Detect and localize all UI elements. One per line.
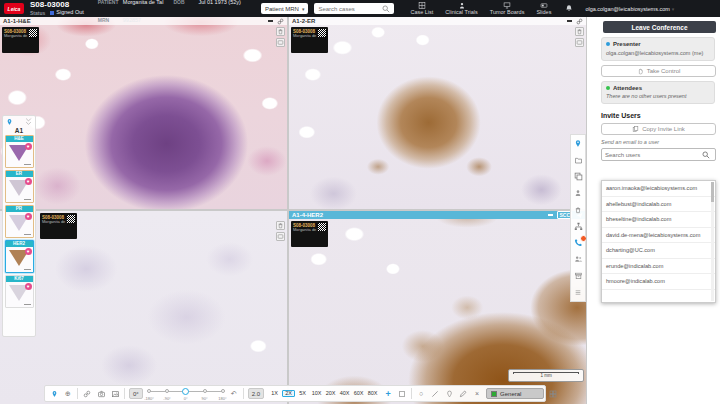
- tray-slide-her2[interactable]: HER2 ♥: [5, 240, 34, 273]
- viewport-a1-1-he[interactable]: A1-1-H&E S08-03008 Morganita de Tal: [0, 17, 287, 209]
- thumb-scale: [24, 199, 31, 200]
- mag-10x[interactable]: 10X: [310, 391, 323, 397]
- favorite-heart-icon[interactable]: ♥: [25, 248, 32, 255]
- tray-slide-he[interactable]: H&E ♥: [5, 135, 34, 168]
- fit-to-window-icon[interactable]: [397, 388, 407, 399]
- search-mode-select[interactable]: Patient MRN ▾: [261, 3, 309, 14]
- user-suggestion[interactable]: hmoore@indicalab.com: [602, 274, 715, 290]
- mag-60x[interactable]: 60X: [352, 391, 365, 397]
- folder-icon[interactable]: [573, 155, 584, 166]
- favorite-heart-icon[interactable]: ♥: [25, 283, 32, 290]
- nav-slides[interactable]: Slides: [536, 2, 551, 16]
- user-suggestion[interactable]: aaron.imaoka@leicabiosystems.com: [602, 181, 715, 197]
- slide-tray: A1 H&E ♥ ER ♥ PR ♥ HER2 ♥ Ki67 ♥: [2, 115, 36, 337]
- camera-icon[interactable]: [96, 388, 106, 399]
- dob-value: Jul 01 1973 (52y): [198, 0, 241, 5]
- mag-2x[interactable]: 2X: [282, 390, 295, 398]
- tray-slide-er[interactable]: ER ♥: [5, 170, 34, 203]
- navigator-globe-icon[interactable]: ⊕: [63, 388, 73, 399]
- user-suggestion[interactable]: ahellebust@indicalab.com: [602, 197, 715, 213]
- label-snapshot-icon[interactable]: [276, 38, 285, 47]
- patient-info: PATIENTMorganita de Tal MRN992857 DOBJul…: [98, 0, 241, 26]
- trash-icon[interactable]: [276, 27, 285, 36]
- minimize-icon[interactable]: [548, 214, 553, 215]
- mag-1x[interactable]: 1X: [268, 391, 281, 397]
- label-snapshot-icon[interactable]: [575, 38, 584, 47]
- sync-link-icon[interactable]: [277, 18, 284, 25]
- link-icon[interactable]: [82, 388, 92, 399]
- pen-tool-icon[interactable]: [458, 388, 468, 399]
- rotation-reset-button[interactable]: 0°: [129, 388, 143, 399]
- archive-box-icon[interactable]: [573, 270, 584, 281]
- ellipse-tool-icon[interactable]: ○: [416, 388, 426, 399]
- pin-annotation-icon[interactable]: [444, 388, 454, 399]
- user-suggestion[interactable]: dcharting@UC.com: [602, 243, 715, 259]
- viewport-a1-2-er[interactable]: A1-2-ER S08-03008 Morganita de Tal: [289, 17, 586, 209]
- sitemap-icon[interactable]: [573, 221, 584, 232]
- user-suggestion[interactable]: erunde@indicalab.com: [602, 259, 715, 275]
- conference-call-icon[interactable]: [573, 237, 584, 248]
- line-tool-icon[interactable]: [430, 388, 440, 399]
- user-menu[interactable]: olga.colgan@leicabiosystems.com ▾: [585, 6, 674, 12]
- nav-case-list[interactable]: Case List: [410, 2, 433, 16]
- tray-slide-ki67[interactable]: Ki67 ♥: [5, 275, 34, 308]
- pin-tool-icon[interactable]: [49, 388, 59, 399]
- user-avatar-icon[interactable]: [573, 188, 584, 199]
- trash-icon[interactable]: [276, 221, 285, 230]
- take-control-button[interactable]: Take Control: [601, 65, 716, 77]
- label-snapshot-icon[interactable]: [276, 232, 285, 241]
- minimize-icon[interactable]: [567, 20, 572, 21]
- annotation-list-icon[interactable]: [548, 388, 558, 399]
- sync-link-icon[interactable]: [576, 18, 583, 25]
- zoom-value-button[interactable]: 2.0: [248, 388, 264, 399]
- trash-icon[interactable]: [575, 27, 584, 36]
- presenter-email: olga.colgan@leicabiosystems.com (me): [606, 50, 710, 57]
- tray-pin-icon[interactable]: [6, 118, 13, 126]
- mag-5x[interactable]: 5X: [296, 391, 309, 397]
- nav-clinical-trials[interactable]: Clinical Trials: [445, 2, 477, 16]
- annotation-group-select[interactable]: General: [486, 388, 544, 399]
- tick-label: 180°: [218, 396, 226, 401]
- user-search-input[interactable]: [602, 152, 702, 158]
- mag-20x[interactable]: 20X: [324, 391, 337, 397]
- case-search-input[interactable]: [314, 6, 382, 12]
- user-suggestion[interactable]: david.de-mena@leicabiosystems.com: [602, 228, 715, 244]
- undo-rotation-icon[interactable]: ↶: [229, 388, 239, 399]
- attendees-icon[interactable]: [573, 254, 584, 265]
- tray-group-label: A1: [4, 126, 34, 135]
- delete-annotation-icon[interactable]: ×: [472, 388, 482, 399]
- favorite-heart-icon[interactable]: ♥: [25, 143, 32, 150]
- notifications-bell-icon[interactable]: [565, 4, 573, 13]
- minimize-icon[interactable]: [268, 20, 273, 21]
- case-search: [314, 3, 394, 14]
- favorite-heart-icon[interactable]: ♥: [25, 178, 32, 185]
- compare-images-icon[interactable]: [573, 171, 584, 182]
- mag-40x[interactable]: 40X: [338, 391, 351, 397]
- nav-label: Clinical Trials: [445, 10, 477, 16]
- user-suggestion[interactable]: bheseltine@indicalab.com: [602, 212, 715, 228]
- scale-bar-value: 1 mm: [513, 374, 579, 379]
- viewer-toolbar: ⊕ 0° -180° -90° 0° 90° 180° ↶ 2.0 1X 2X …: [44, 385, 546, 402]
- favorite-heart-icon[interactable]: ♥: [25, 213, 32, 220]
- rotation-slider[interactable]: -180° -90° 0° 90° 180°: [147, 386, 225, 401]
- trash-icon[interactable]: [573, 204, 584, 215]
- tray-slide-pr[interactable]: PR ♥: [5, 205, 34, 238]
- mag-80x[interactable]: 80X: [366, 391, 379, 397]
- nav-tumor-boards[interactable]: Tumor Boards: [490, 2, 525, 16]
- dropdown-scrollbar[interactable]: [711, 182, 714, 301]
- rotation-slider-handle[interactable]: [182, 388, 189, 395]
- app-header: Leica S08-03008 Status Signed Out PATIEN…: [0, 0, 720, 17]
- leave-conference-button[interactable]: Leave Conference: [603, 21, 716, 33]
- scrollbar-thumb[interactable]: [711, 182, 714, 202]
- image-icon[interactable]: [110, 388, 120, 399]
- viewport-a1-3-pr[interactable]: S08-03008 Morganita de Tal: [0, 211, 287, 404]
- menu-icon[interactable]: [573, 287, 584, 298]
- copy-invite-link-button[interactable]: Copy Invite Link: [601, 123, 716, 135]
- zoom-in-icon[interactable]: +: [383, 388, 393, 399]
- invite-users-heading: Invite Users: [601, 112, 715, 119]
- viewport-a1-4-her2[interactable]: A1-4-HER2 SCC S08-03008 Morganita de Tal…: [289, 211, 586, 404]
- viewer-side-toolbar: [570, 134, 586, 302]
- pin-icon[interactable]: [573, 138, 584, 149]
- status-label: Status: [30, 11, 45, 16]
- tray-collapse-icon[interactable]: [25, 118, 32, 125]
